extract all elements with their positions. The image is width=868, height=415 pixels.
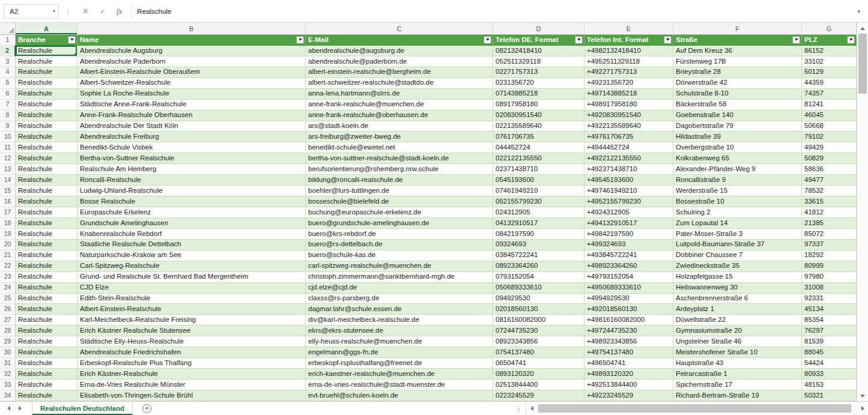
cell[interactable]: 50129 — [802, 67, 857, 78]
cell[interactable]: Staatliche Realschule Dettelbach — [77, 240, 306, 250]
column-header[interactable]: PLZ — [802, 35, 857, 46]
select-all-corner[interactable] — [0, 23, 16, 34]
cell[interactable]: +4982132418410 — [584, 46, 673, 56]
cell[interactable]: +4952155799230 — [584, 196, 673, 207]
row-number[interactable]: 18 — [0, 218, 16, 229]
cell[interactable]: 81241 — [802, 100, 857, 111]
cell[interactable]: 49429 — [802, 142, 857, 153]
cell[interactable]: Realschule — [16, 111, 77, 121]
cell[interactable]: 08923343856 — [493, 336, 584, 347]
cell[interactable]: 0842197590 — [493, 229, 584, 240]
row-number[interactable]: 33 — [0, 380, 16, 390]
cell[interactable]: Realschule — [16, 175, 77, 186]
row-number[interactable]: 19 — [0, 229, 16, 240]
cell[interactable]: Europaschule Erkelenz — [77, 207, 306, 218]
cell[interactable]: 0223245529 — [493, 390, 584, 401]
cell[interactable]: Dagobertstraße 79 — [673, 121, 802, 132]
cell[interactable]: +49793152054 — [584, 272, 673, 283]
cell[interactable]: 78532 — [802, 186, 857, 196]
horizontal-scroll-track[interactable] — [537, 402, 857, 415]
column-header[interactable]: Telefon Int. Format — [584, 35, 673, 46]
vertical-scroll-thumb[interactable] — [858, 34, 867, 94]
cell[interactable]: Roncallistraße 9 — [673, 175, 802, 186]
cell[interactable]: 02271757313 — [493, 67, 584, 78]
cell[interactable]: 022135589640 — [493, 121, 584, 132]
horizontal-scrollbar[interactable] — [526, 402, 868, 415]
cell[interactable]: carl-spitzweg-realschule@muenchen.de — [306, 261, 493, 272]
filter-button[interactable] — [575, 36, 583, 44]
cell[interactable]: Erna-de-Vries Realschule Münster — [77, 380, 306, 390]
sheet-tab[interactable]: Realschulen Deutschland — [32, 402, 133, 415]
scroll-up-button[interactable] — [857, 23, 868, 34]
cell[interactable]: christoph.zimmermann@sanktbernhard-mgh.d… — [306, 272, 493, 283]
row-number[interactable]: 20 — [0, 240, 16, 250]
cell[interactable]: 92331 — [802, 294, 857, 304]
row-number[interactable]: 22 — [0, 261, 16, 272]
cell[interactable]: 082132418410 — [493, 46, 584, 56]
cell[interactable]: Realschule — [16, 380, 77, 390]
cell[interactable]: Realschule — [16, 142, 77, 153]
cell[interactable]: Abendrealschule Der Stadt Köln — [77, 121, 306, 132]
cell[interactable]: +499324693 — [584, 240, 673, 250]
cell[interactable]: div@karl-meichelbeck-realschule.de — [306, 315, 493, 326]
cell[interactable]: 86152 — [802, 46, 857, 56]
cell[interactable]: +49816160082000 — [584, 315, 673, 326]
cell[interactable]: 79102 — [802, 132, 857, 142]
row-number[interactable]: 5 — [0, 78, 16, 89]
cell[interactable]: 09324693 — [493, 240, 584, 250]
filter-button[interactable] — [664, 36, 672, 44]
cell[interactable]: 0816160082000 — [493, 315, 584, 326]
cell[interactable]: 54424 — [802, 358, 857, 369]
cell[interactable]: anna-lena.hartmann@slrrs.de — [306, 89, 493, 100]
cell[interactable]: abendrealschule@augsburg.de — [306, 46, 493, 56]
column-letter[interactable]: F — [673, 23, 802, 34]
cell[interactable]: Realschule — [16, 336, 77, 347]
cell[interactable]: Düwellstraße 22 — [673, 315, 802, 326]
row-number[interactable]: 13 — [0, 164, 16, 175]
active-cell[interactable]: Realschule — [16, 46, 77, 56]
sheet-nav-left-button[interactable] — [0, 402, 14, 415]
cell[interactable]: Albert-Einstein-Realschule Oberaußem — [77, 67, 306, 78]
cell[interactable]: +4994929530 — [584, 294, 673, 304]
row-number[interactable]: 30 — [0, 347, 16, 358]
cell[interactable]: dagmar.lahr@schule.essen.de — [306, 304, 493, 315]
cell[interactable]: Grundschule Amelinghausen — [77, 218, 306, 229]
cell[interactable]: anne-frank-realschule@muenchen.de — [306, 100, 493, 111]
scrollbar-splitter-icon[interactable]: ⋮ — [512, 404, 526, 413]
cell[interactable]: 07461949210 — [493, 186, 584, 196]
cell[interactable]: Erbeskopf-Realschule Plus Thalfang — [77, 358, 306, 369]
formula-bar-expand-icon[interactable]: ▾ — [853, 8, 864, 14]
row-number[interactable]: 26 — [0, 304, 16, 315]
cell[interactable]: Brieystraße 28 — [673, 67, 802, 78]
cell[interactable]: Petrarcastraße 1 — [673, 369, 802, 380]
cell[interactable]: +49842197590 — [584, 229, 673, 240]
cell[interactable]: erbeskopf-rsplusthalfang@freenet.de — [306, 358, 493, 369]
cell[interactable]: Carl-Spitzweg-Realschule — [77, 261, 306, 272]
cell[interactable]: buero@grundschule-amelinghausen.de — [306, 218, 493, 229]
column-header[interactable]: Telefon DE. Format — [493, 35, 584, 46]
row-number[interactable]: 25 — [0, 294, 16, 304]
cell[interactable]: +4920830951540 — [584, 111, 673, 121]
name-box[interactable]: A2 ▾ — [4, 4, 59, 19]
cell[interactable]: 02371438710 — [493, 164, 584, 175]
cell[interactable]: Zum Lopautal 14 — [673, 218, 802, 229]
row-number[interactable]: 21 — [0, 250, 16, 261]
cell[interactable]: buero@schule-kas.de — [306, 250, 493, 261]
row-number[interactable]: 9 — [0, 121, 16, 132]
cell[interactable]: Auf Dem Kreuz 36 — [673, 46, 802, 56]
cell[interactable]: Goebenstraße 140 — [673, 111, 802, 121]
cell[interactable]: Abendrealschule Paderborn — [77, 56, 306, 67]
cell[interactable]: engelmann@ggs-fn.de — [306, 347, 493, 358]
cell[interactable]: +4950689333610 — [584, 283, 673, 294]
row-number[interactable]: 17 — [0, 207, 16, 218]
cell[interactable]: Realschule — [16, 326, 77, 336]
cell[interactable]: 50668 — [802, 121, 857, 132]
row-number[interactable]: 12 — [0, 153, 16, 164]
row-number[interactable]: 23 — [0, 272, 16, 283]
cell[interactable]: 85354 — [802, 315, 857, 326]
cell[interactable]: +49231356720 — [584, 78, 673, 89]
cell[interactable]: Erich Kästner Realschule Stutensee — [77, 326, 306, 336]
row-number[interactable]: 11 — [0, 142, 16, 153]
cell[interactable]: Schulring 2 — [673, 207, 802, 218]
cell[interactable]: 02018560130 — [493, 304, 584, 315]
